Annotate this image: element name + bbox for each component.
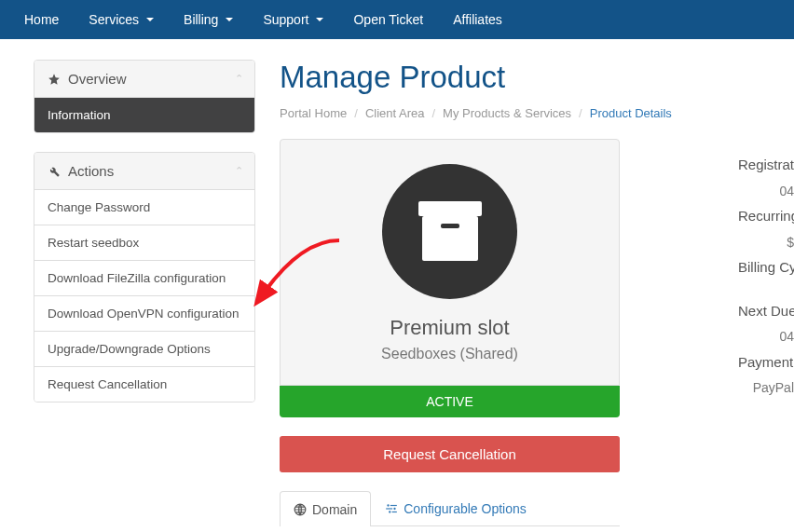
svg-rect-1 <box>422 216 478 261</box>
info-bill-label: Billing Cycle <box>738 254 794 281</box>
svg-rect-6 <box>386 508 392 509</box>
actions-panel: Actions ⌃ Change Password Restart seedbo… <box>34 152 255 402</box>
info-recur-value: $ <box>738 230 794 255</box>
svg-point-7 <box>389 511 390 512</box>
info-pay-label: Payment Method <box>738 349 794 376</box>
product-card: Premium slot Seedboxes (Shared) <box>280 139 620 386</box>
nav-affiliates[interactable]: Affiliates <box>438 2 517 37</box>
product-icon-circle <box>382 164 517 299</box>
tab-domain-label: Domain <box>312 502 357 517</box>
request-cancellation-button[interactable]: Request Cancellation <box>280 436 620 472</box>
sidebar-item-filezilla[interactable]: Download FileZilla configuration <box>34 260 254 295</box>
breadcrumb-products[interactable]: My Products & Services <box>443 106 571 120</box>
breadcrumb: Portal Home/ Client Area/ My Products & … <box>280 106 794 120</box>
nav-open-ticket[interactable]: Open Ticket <box>338 2 438 37</box>
chevron-up-icon: ⌃ <box>235 73 243 85</box>
page-title: Manage Product <box>280 60 794 95</box>
tab-domain[interactable]: Domain <box>280 491 371 526</box>
sidebar-item-change-password[interactable]: Change Password <box>34 189 254 225</box>
sidebar-item-cancel[interactable]: Request Cancellation <box>34 366 254 402</box>
actions-header[interactable]: Actions ⌃ <box>34 153 254 189</box>
sidebar-item-information[interactable]: Information <box>34 97 254 132</box>
caret-down-icon <box>226 18 233 21</box>
caret-down-icon <box>146 18 154 21</box>
status-badge: ACTIVE <box>280 386 620 417</box>
nav-services[interactable]: Services <box>74 2 169 37</box>
actions-title: Actions <box>68 163 114 179</box>
sidebar: Overview ⌃ Information Actions ⌃ Change … <box>34 60 255 526</box>
main-navbar: Home Services Billing Support Open Ticke… <box>0 0 794 39</box>
info-reg-label: Registration Date <box>738 152 794 179</box>
globe-icon <box>294 503 307 516</box>
nav-support[interactable]: Support <box>248 2 338 37</box>
sidebar-item-upgrade[interactable]: Upgrade/Downgrade Options <box>34 331 254 366</box>
breadcrumb-client[interactable]: Client Area <box>365 106 425 120</box>
svg-rect-8 <box>392 512 397 512</box>
svg-point-5 <box>394 508 396 510</box>
overview-header[interactable]: Overview ⌃ <box>34 61 254 97</box>
breadcrumb-current: Product Details <box>590 106 672 120</box>
info-recur-label: Recurring Amount <box>738 203 794 230</box>
tabs: Domain Configurable Options <box>280 491 620 526</box>
info-next-label: Next Due Date <box>738 298 794 325</box>
svg-rect-4 <box>390 505 397 506</box>
nav-billing[interactable]: Billing <box>169 2 248 37</box>
product-info: Registration Date 04 Recurring Amount $ … <box>738 139 794 526</box>
svg-rect-0 <box>418 201 482 216</box>
nav-services-label: Services <box>89 12 139 27</box>
nav-support-label: Support <box>263 12 308 27</box>
sliders-icon <box>385 502 398 515</box>
nav-billing-label: Billing <box>184 12 218 27</box>
star-icon <box>48 73 61 86</box>
breadcrumb-portal[interactable]: Portal Home <box>280 106 347 120</box>
info-next-value: 04 <box>738 324 794 349</box>
nav-home[interactable]: Home <box>9 2 74 37</box>
info-pay-value: PayPal <box>738 375 794 401</box>
caret-down-icon <box>316 18 323 21</box>
info-reg-value: 04 <box>738 179 794 204</box>
overview-title: Overview <box>68 71 127 87</box>
package-icon <box>413 199 487 265</box>
sidebar-item-openvpn[interactable]: Download OpenVPN configuration <box>34 295 254 331</box>
product-category: Seedboxes (Shared) <box>299 346 600 362</box>
svg-rect-2 <box>441 224 459 228</box>
tab-configurable-options[interactable]: Configurable Options <box>371 491 541 525</box>
overview-panel: Overview ⌃ Information <box>34 60 255 133</box>
tab-options-label: Configurable Options <box>404 501 527 516</box>
wrench-icon <box>48 165 61 178</box>
sidebar-item-restart[interactable]: Restart seedbox <box>34 225 254 260</box>
svg-point-3 <box>388 504 390 506</box>
product-name: Premium slot <box>299 316 600 340</box>
main-content: Manage Product Portal Home/ Client Area/… <box>280 60 794 526</box>
chevron-up-icon: ⌃ <box>235 165 243 177</box>
